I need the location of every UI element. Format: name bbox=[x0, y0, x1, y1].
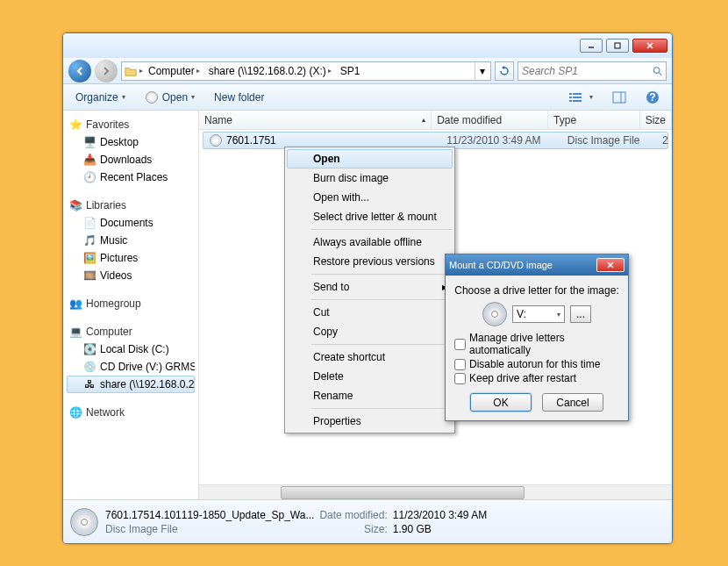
col-name[interactable]: Name▴ bbox=[199, 111, 432, 129]
favorites-head[interactable]: ⭐Favorites bbox=[67, 116, 195, 133]
opt-keep-checkbox[interactable] bbox=[454, 373, 466, 384]
newfolder-button[interactable]: New folder bbox=[209, 90, 269, 105]
network-icon: 🌐 bbox=[68, 405, 82, 419]
col-date[interactable]: Date modified bbox=[432, 111, 548, 129]
sidebar-videos[interactable]: 🎞️Videos bbox=[67, 267, 195, 284]
address-bar[interactable]: ▸ Computer▸ share (\\192.168.0.2) (X:)▸ … bbox=[121, 61, 491, 81]
svg-rect-12 bbox=[613, 92, 625, 103]
view-button[interactable]: ▾ bbox=[563, 90, 598, 105]
dialog-prompt: Choose a drive letter for the image: bbox=[454, 284, 619, 297]
col-size[interactable]: Size bbox=[640, 111, 672, 129]
details-filetype: Disc Image File bbox=[105, 523, 314, 535]
cancel-button[interactable]: Cancel bbox=[542, 393, 603, 412]
drive-letter-select[interactable]: V:▾ bbox=[512, 305, 565, 323]
ok-button[interactable]: OK bbox=[470, 393, 532, 412]
preview-pane-button[interactable] bbox=[607, 90, 632, 105]
ctx-sep bbox=[311, 229, 452, 230]
sidebar-music[interactable]: 🎵Music bbox=[67, 232, 195, 249]
libraries-head[interactable]: 📚Libraries bbox=[67, 197, 195, 214]
file-name-cell: 7601.1751 bbox=[203, 133, 441, 147]
ctx-sep bbox=[311, 408, 452, 409]
ctx-burn[interactable]: Burn disc image bbox=[287, 168, 453, 188]
ctx-copy[interactable]: Copy bbox=[287, 322, 453, 341]
network-head[interactable]: 🌐Network bbox=[67, 404, 195, 421]
opt-manage[interactable]: Manage drive letters automatically bbox=[454, 332, 619, 356]
opt-autorun[interactable]: Disable autorun for this time bbox=[454, 358, 619, 370]
dialog-disc-icon bbox=[482, 302, 507, 326]
svg-rect-7 bbox=[573, 93, 582, 95]
disc-image-icon bbox=[209, 133, 223, 147]
col-type[interactable]: Type bbox=[548, 111, 640, 129]
computer-head[interactable]: 💻Computer bbox=[67, 323, 195, 340]
refresh-button[interactable] bbox=[495, 61, 514, 81]
ctx-shortcut[interactable]: Create shortcut bbox=[287, 347, 453, 367]
sidebar-cddrive[interactable]: 💿CD Drive (V:) GRMSP bbox=[67, 358, 195, 376]
sidebar-downloads[interactable]: 📥Downloads bbox=[67, 151, 195, 168]
open-button[interactable]: Open ▾ bbox=[139, 89, 200, 106]
address-dropdown[interactable]: ▾ bbox=[475, 62, 489, 80]
ctx-sep bbox=[311, 344, 452, 345]
music-icon: 🎵 bbox=[82, 233, 96, 247]
pictures-icon: 🖼️ bbox=[82, 251, 96, 265]
scrollbar-thumb[interactable] bbox=[281, 486, 525, 499]
size-label: Size: bbox=[319, 523, 387, 535]
dialog-titlebar[interactable]: Mount a CD/DVD image bbox=[446, 254, 628, 276]
toolbar: Organize ▾ Open ▾ New folder ▾ ? bbox=[63, 84, 672, 111]
breadcrumb-computer[interactable]: Computer▸ bbox=[145, 62, 203, 80]
homegroup-head[interactable]: 👥Homegroup bbox=[67, 295, 195, 312]
breadcrumb-share[interactable]: share (\\192.168.0.2) (X:)▸ bbox=[205, 62, 335, 80]
desktop-icon: 🖥️ bbox=[82, 135, 96, 149]
browse-button[interactable]: ... bbox=[570, 305, 591, 323]
sidebar-localdisk[interactable]: 💽Local Disk (C:) bbox=[67, 340, 195, 358]
folder-icon bbox=[124, 64, 138, 78]
breadcrumb-sp1[interactable]: SP1 bbox=[337, 62, 364, 80]
ctx-open[interactable]: Open bbox=[287, 149, 453, 168]
ctx-openwith[interactable]: Open with... bbox=[287, 188, 453, 207]
cd-icon: 💿 bbox=[82, 360, 96, 374]
horizontal-scrollbar[interactable] bbox=[199, 484, 672, 499]
ctx-sendto[interactable]: Send to▶ bbox=[287, 277, 453, 297]
opt-manage-checkbox[interactable] bbox=[454, 339, 466, 350]
sidebar-recent[interactable]: 🕘Recent Places bbox=[67, 168, 195, 186]
file-type-cell: Disc Image File bbox=[562, 134, 657, 147]
chevron-right-icon[interactable]: ▸ bbox=[139, 67, 143, 75]
search-input[interactable] bbox=[522, 65, 653, 77]
ctx-select-drive[interactable]: Select drive letter & mount bbox=[287, 207, 453, 226]
ctx-rename[interactable]: Rename bbox=[287, 386, 453, 405]
ctx-cut[interactable]: Cut bbox=[287, 303, 453, 322]
opt-autorun-checkbox[interactable] bbox=[454, 359, 466, 370]
maximize-button[interactable] bbox=[606, 39, 629, 53]
sidebar-documents[interactable]: 📄Documents bbox=[67, 214, 195, 232]
opt-keep[interactable]: Keep drive after restart bbox=[454, 372, 619, 384]
back-button[interactable] bbox=[68, 60, 91, 82]
organize-button[interactable]: Organize ▾ bbox=[70, 90, 131, 105]
help-button[interactable]: ? bbox=[640, 89, 665, 106]
close-button[interactable] bbox=[632, 39, 667, 53]
downloads-icon: 📥 bbox=[82, 153, 96, 167]
ctx-delete[interactable]: Delete bbox=[287, 367, 453, 386]
sidebar-pictures[interactable]: 🖼️Pictures bbox=[67, 249, 195, 267]
ctx-properties[interactable]: Properties bbox=[287, 412, 453, 431]
search-box[interactable] bbox=[517, 61, 667, 81]
mount-dialog: Mount a CD/DVD image Choose a drive lett… bbox=[445, 254, 629, 421]
sidebar-desktop[interactable]: 🖥️Desktop bbox=[67, 133, 195, 151]
nav-pane: ⭐Favorites 🖥️Desktop 📥Downloads 🕘Recent … bbox=[63, 111, 199, 499]
sidebar-share[interactable]: 🖧share (\\192.168.0.2) bbox=[67, 376, 195, 393]
ctx-restore[interactable]: Restore previous versions bbox=[287, 252, 453, 271]
libraries-icon: 📚 bbox=[68, 198, 82, 212]
svg-line-5 bbox=[659, 72, 661, 75]
svg-rect-10 bbox=[569, 100, 572, 102]
file-size-cell: 2,0 bbox=[657, 134, 667, 147]
details-filename: 7601.17514.101119-1850_Update_Sp_Wa... bbox=[105, 509, 314, 521]
svg-text:?: ? bbox=[649, 91, 655, 104]
dialog-close-button[interactable] bbox=[596, 258, 625, 272]
dialog-title: Mount a CD/DVD image bbox=[449, 260, 596, 270]
ctx-sep bbox=[311, 274, 452, 275]
homegroup-icon: 👥 bbox=[68, 297, 82, 311]
minimize-button[interactable] bbox=[580, 39, 603, 53]
search-icon bbox=[653, 66, 662, 76]
forward-button[interactable] bbox=[95, 60, 118, 82]
ctx-offline[interactable]: Always available offline bbox=[287, 233, 453, 252]
star-icon: ⭐ bbox=[68, 118, 82, 132]
details-pane: 7601.17514.101119-1850_Update_Sp_Wa... D… bbox=[63, 499, 672, 543]
